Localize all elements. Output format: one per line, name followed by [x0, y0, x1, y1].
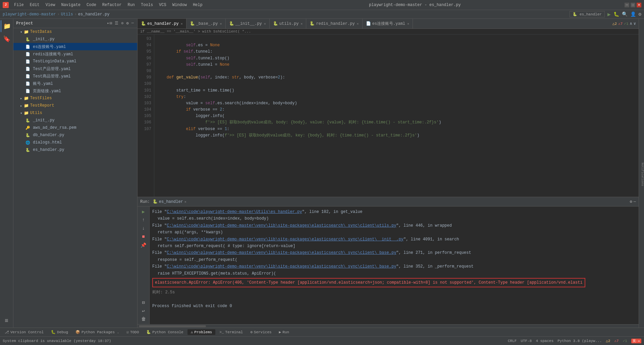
search-everywhere-button[interactable]: 🔍 [622, 11, 628, 17]
yaml-file-icon3: 📄 [25, 59, 30, 64]
project-view-button[interactable]: 📁 [1, 20, 13, 32]
menu-navigate[interactable]: Navigate [58, 2, 83, 8]
scrollbar-thumb[interactable] [139, 325, 206, 327]
expand-all-icon[interactable]: ☰ [114, 20, 119, 26]
scroll-down-button[interactable]: ↓ [140, 225, 147, 232]
tab-utils[interactable]: 🐍 utils.py ✕ [270, 19, 307, 29]
tree-item-utils[interactable]: ▾ 📁 Utils [13, 109, 137, 117]
tab-close-redis[interactable]: ✕ [357, 22, 359, 26]
file-link-3[interactable]: C:\winni\code\playwright-demo-master\ven… [167, 237, 404, 242]
tab-yaml[interactable]: 📄 es连接账号.yaml ✕ [363, 19, 413, 29]
user-icon[interactable]: 👤 [630, 11, 636, 17]
close-button[interactable]: ✕ [637, 3, 641, 7]
code-editor[interactable]: 93 94 95 96 97 98 99 100 101 102 103 104… [138, 35, 639, 197]
tab-base[interactable]: 🐍 _base_.py ✕ [186, 19, 226, 29]
tab-run[interactable]: ▶ Run [276, 329, 292, 335]
breadcrumb-folder[interactable]: Utils [61, 12, 73, 17]
wrap-button[interactable]: ↩ [140, 307, 147, 314]
tree-item-pem[interactable]: 🔑 aws_ad_dev_rsa.pem [13, 124, 137, 131]
tab-close-utils[interactable]: ✕ [301, 22, 303, 26]
run-panel: Run: 🐍 es_handler ✕ ⚙ ─ ▶ ↑ ↓ ■ [138, 197, 639, 328]
problems-icon: ⚠ [191, 330, 193, 334]
file-link-5[interactable]: C:\winni\code\playwright-demo-master\ven… [167, 264, 396, 269]
tab-version-control[interactable]: ⎇ Version Control [1, 329, 47, 335]
status-encoding[interactable]: CRLF [508, 339, 517, 343]
run-tab-close[interactable]: ✕ [184, 200, 186, 204]
menu-view[interactable]: View [43, 2, 58, 8]
tree-item-db-handler[interactable]: 🐍 db_handler.py [13, 131, 137, 139]
run-settings-icon[interactable]: ⚙ [630, 199, 632, 204]
file-link-1[interactable]: C:\winni\code\playwright-demo-master\Uti… [167, 210, 302, 214]
code-text[interactable]: self.es = None if self.tunnel: self.tunn… [154, 35, 639, 197]
structure-button[interactable]: ≡ [1, 315, 13, 327]
status-indent[interactable]: 4 spaces [536, 339, 553, 343]
tree-item-es-handler[interactable]: 🐍 es_handler.py [13, 146, 137, 154]
run-toolbar: ▶ ↑ ↓ ■ 📌 ⊟ ↩ 🗑 [138, 207, 150, 324]
menu-refactor[interactable]: Refactor [100, 2, 124, 8]
breadcrumb-project[interactable]: playwright-demo-master [3, 12, 56, 17]
run-button[interactable]: ▶ [607, 11, 611, 18]
tab-python-console[interactable]: 🐍 Python Console [143, 329, 186, 335]
breadcrumb-file[interactable]: es_handler.py [78, 12, 110, 17]
file-link-4[interactable]: C:\winni\code\playwright-demo-master\ven… [167, 250, 396, 255]
filter-button[interactable]: ⊟ [140, 299, 147, 306]
tree-item-init-py[interactable]: 🐍 _init_.py [13, 36, 137, 43]
clear-button[interactable]: 🗑 [140, 315, 147, 323]
debug-button[interactable]: 🐛 [613, 11, 619, 17]
scroll-up-button[interactable]: ↑ [140, 216, 147, 224]
tab-es-handler[interactable]: 🐍 es_handler.py ✕ [138, 19, 186, 29]
menu-vcs[interactable]: VCS [156, 2, 169, 8]
tab-redis[interactable]: 🐍 redis_handler.py ✕ [306, 19, 362, 29]
file-link-2[interactable]: C:\winni\code\playwright-demo-master\ven… [167, 223, 396, 228]
tree-item-es-yaml[interactable]: 📄 es连接账号.yaml [13, 43, 137, 50]
menu-run[interactable]: Run [125, 2, 138, 8]
tab-close-init[interactable]: ✕ [264, 22, 266, 26]
status-charset[interactable]: UTF-8 [521, 339, 532, 343]
menu-edit[interactable]: Edit [27, 2, 42, 8]
tree-item-testfiles[interactable]: ▸ 📁 TestFiles [13, 95, 137, 102]
tree-item-testdatas[interactable]: ▾ 📁 TestDatas [13, 28, 137, 36]
tree-item-dialogs[interactable]: 🌐 dialogs.html [13, 139, 137, 146]
rerun-button[interactable]: ▶ [140, 208, 147, 215]
tab-close-es-handler[interactable]: ✕ [181, 22, 183, 26]
nav-down-icon[interactable]: ∨ [634, 21, 636, 26]
scroll-to-source-icon[interactable]: ⊙ [120, 20, 124, 26]
tree-item-goods[interactable]: 📄 Test商品管理.yaml [13, 72, 137, 80]
tab-todo[interactable]: ☑ TODO [123, 329, 142, 335]
menu-tools[interactable]: Tools [138, 2, 156, 8]
pin-button[interactable]: 📌 [140, 241, 147, 249]
tab-services[interactable]: ⚙ Services [247, 329, 275, 335]
tree-item-utils-init[interactable]: 🐍 _init_.py [13, 117, 137, 124]
run-config-selector[interactable]: 🐍 es_handler [570, 11, 605, 17]
tree-item-logindata[interactable]: 📄 TestLoginData.yaml [13, 58, 137, 65]
tree-item-pagelink[interactable]: 📄 页面链接.yaml [13, 87, 137, 95]
maximize-button[interactable]: □ [631, 3, 635, 7]
tab-python-packages[interactable]: 📦 Python Packages . [72, 329, 122, 335]
minimize-button[interactable]: ─ [625, 3, 629, 7]
settings-icon[interactable]: ⚙ [639, 11, 641, 17]
tab-problems[interactable]: ⚠ Problems [187, 329, 215, 335]
menu-window[interactable]: Window [170, 2, 190, 8]
hide-panel-icon[interactable]: ─ [131, 20, 135, 26]
run-hide-icon[interactable]: ─ [634, 199, 636, 204]
tab-init[interactable]: 🐍 __init__.py ✕ [226, 19, 270, 29]
tree-item-redis-yaml[interactable]: 📄 redis连接账号.yaml [13, 50, 137, 58]
tree-item-testreport[interactable]: ▸ 📁 TestReport [13, 102, 137, 109]
nav-up-icon[interactable]: ∧ [630, 21, 632, 26]
stop-button[interactable]: ■ [140, 233, 147, 240]
tab-close-yaml[interactable]: ✕ [407, 22, 409, 26]
tree-item-product[interactable]: 📄 Test产品管理.yaml [13, 65, 137, 72]
collapse-all-icon[interactable]: ⊟ [109, 20, 113, 26]
menu-help[interactable]: Help [190, 2, 205, 8]
bookmarks-button[interactable]: 🔖 [1, 33, 13, 45]
menu-code[interactable]: Code [84, 2, 99, 8]
project-settings-icon[interactable]: ⚙ [126, 20, 129, 26]
tab-close-base[interactable]: ✕ [220, 22, 222, 26]
run-scrollbar[interactable] [138, 324, 639, 328]
tree-item-account[interactable]: 📄 账号.yaml [13, 80, 137, 87]
tab-debug[interactable]: 🐛 Debug [48, 329, 71, 335]
tab-terminal[interactable]: >_ Terminal [216, 330, 246, 335]
status-python[interactable]: Python 3.8 (playw... [557, 339, 602, 343]
menu-file[interactable]: File [11, 2, 26, 8]
run-tab-label[interactable]: es_handler [159, 199, 183, 204]
